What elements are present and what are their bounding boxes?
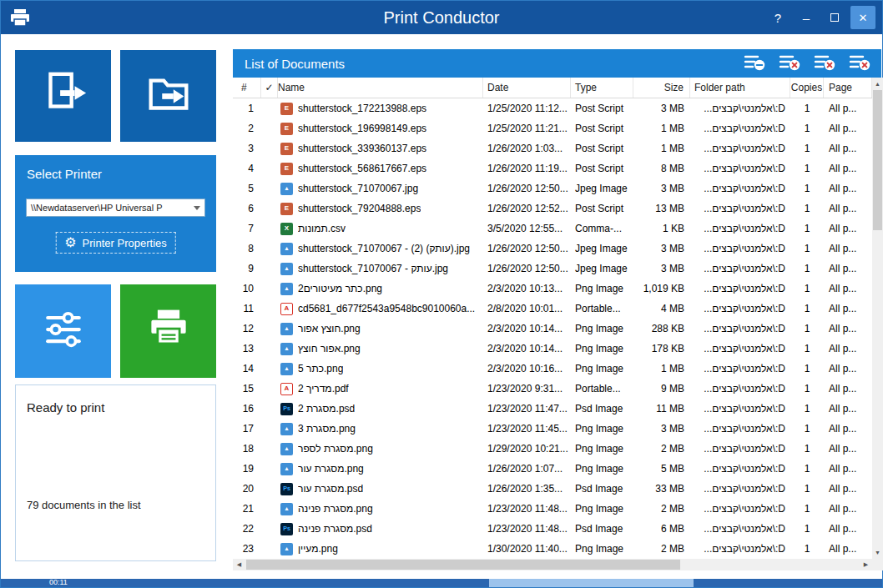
table-row[interactable]: 14▲כתר 5.png2/3/2020 10:16...Png Image1 … xyxy=(233,359,872,379)
table-row[interactable]: 2Eshutterstock_196998149.eps1/25/2020 11… xyxy=(233,118,872,138)
table-row[interactable]: 20Psמסגרת עור.psd1/26/2020 1:35...Psd Im… xyxy=(233,479,872,499)
row-checkbox[interactable] xyxy=(261,259,278,279)
row-pages: All p... xyxy=(824,279,872,299)
vertical-scroll-thumb[interactable] xyxy=(873,90,882,230)
img-file-icon: ▲ xyxy=(280,183,293,195)
row-checkbox[interactable] xyxy=(261,98,278,118)
table-row[interactable]: 22Psמסגרת פנינה.psd1/23/2020 11:48...Psd… xyxy=(233,519,872,539)
table-row[interactable]: 5▲shutterstock_71070067.jpg1/26/2020 12:… xyxy=(233,178,872,199)
row-checkbox[interactable] xyxy=(261,299,278,319)
scroll-down-icon[interactable]: ▼ xyxy=(872,546,883,559)
close-button[interactable]: ✕ xyxy=(850,6,875,29)
help-button[interactable]: ? xyxy=(764,1,792,34)
row-type: Post Script xyxy=(571,138,633,158)
table-row[interactable]: 15Aמדריך 2.pdf1/23/2020 9:31...Portable.… xyxy=(233,379,872,399)
col-header-date[interactable]: Date xyxy=(483,78,571,98)
settings-button[interactable] xyxy=(15,284,111,378)
col-header-number[interactable]: # xyxy=(233,78,261,98)
table-row[interactable]: 8▲shutterstock_71070067 - (2) (עותק).jpg… xyxy=(233,239,872,259)
print-button[interactable] xyxy=(120,284,216,378)
uncheck-all-button[interactable] xyxy=(741,53,768,74)
col-header-folder-path[interactable]: Folder path xyxy=(690,78,790,98)
col-header-page[interactable]: Page xyxy=(824,78,872,98)
col-header-check[interactable]: ✓ xyxy=(261,78,278,98)
add-folder-button[interactable] xyxy=(120,50,216,142)
col-header-name[interactable]: Name xyxy=(278,78,483,98)
row-size: 1 MB xyxy=(633,118,690,138)
printer-properties-button[interactable]: ⚙ Printer Properties xyxy=(55,232,176,254)
row-copies: 1 xyxy=(790,98,824,118)
row-checkbox[interactable] xyxy=(261,399,278,419)
row-checkbox[interactable] xyxy=(261,118,278,138)
row-checkbox[interactable] xyxy=(261,199,278,219)
row-checkbox[interactable] xyxy=(261,479,278,499)
img-file-icon: ▲ xyxy=(280,343,293,355)
table-row[interactable]: 16Psמסגרת 2.psd1/23/2020 11:47...Psd Ima… xyxy=(233,399,872,419)
table-row[interactable]: 17▲מסגרת 3.png1/23/2020 11:45...Png Imag… xyxy=(233,419,872,439)
row-checkbox[interactable] xyxy=(261,319,278,339)
img-file-icon: ▲ xyxy=(280,363,293,375)
img-file-icon: ▲ xyxy=(280,463,293,475)
row-checkbox[interactable] xyxy=(261,239,278,259)
row-checkbox[interactable] xyxy=(261,519,278,539)
row-checkbox[interactable] xyxy=(261,138,278,158)
table-row[interactable]: 10▲כתר מעיטורים2.png2/3/2020 10:13...Png… xyxy=(233,279,872,299)
table-row[interactable]: 6Eshutterstock_79204888.eps1/26/2020 12:… xyxy=(233,199,872,219)
horizontal-scrollbar[interactable]: ◀ ▶ xyxy=(233,559,872,570)
col-header-size[interactable]: Size xyxy=(633,78,690,98)
row-checkbox[interactable] xyxy=(261,499,278,519)
table-row[interactable]: 12▲חוצץ אפור.png2/3/2020 10:14...Png Ima… xyxy=(233,319,872,339)
row-pages: All p... xyxy=(824,519,872,539)
row-checkbox[interactable] xyxy=(261,459,278,479)
row-number: 20 xyxy=(233,479,261,499)
table-row[interactable]: 11Acd5681_d677f2543a9548bc9010060a...2/8… xyxy=(233,299,872,319)
row-folder-path: D:\אלמנטי\קבצים... xyxy=(690,259,790,279)
col-header-type[interactable]: Type xyxy=(571,78,633,98)
row-folder-path: D:\אלמנטי\קבצים... xyxy=(690,158,790,178)
row-name: Eshutterstock_568617667.eps xyxy=(278,158,483,178)
row-checkbox[interactable] xyxy=(261,439,278,459)
row-pages: All p... xyxy=(824,118,872,138)
row-folder-path: D:\אלמנטי\קבצים... xyxy=(690,178,790,199)
table-row[interactable]: 23▲מעיין.png1/30/2020 11:40...Png Image2… xyxy=(233,539,872,559)
table-row[interactable]: 13▲אפור חוצץ.png2/3/2020 10:14...Png Ima… xyxy=(233,339,872,359)
horizontal-scroll-thumb[interactable] xyxy=(246,560,680,570)
row-checkbox[interactable] xyxy=(261,359,278,379)
table-row[interactable]: 19▲מסגרת עור.png1/26/2020 1:07...Png Ima… xyxy=(233,459,872,479)
table-row[interactable]: 9▲shutterstock_71070067 - עותק.jpg1/26/2… xyxy=(233,259,872,279)
row-checkbox[interactable] xyxy=(261,339,278,359)
table-row[interactable]: 3Eshutterstock_339360137.eps1/26/2020 1:… xyxy=(233,138,872,158)
maximize-button[interactable] xyxy=(820,1,849,34)
scroll-up-icon[interactable]: ▲ xyxy=(872,78,883,90)
row-size: 2 MB xyxy=(633,539,690,559)
table-row[interactable]: 7Xתמונות.csv3/5/2020 12:55...Comma-...1 … xyxy=(233,219,872,239)
minimize-button[interactable]: – xyxy=(792,1,820,34)
row-pages: All p... xyxy=(824,459,872,479)
row-checkbox[interactable] xyxy=(261,158,278,178)
row-date: 1/26/2020 12:50... xyxy=(483,239,571,259)
add-files-button[interactable] xyxy=(15,50,111,142)
table-row[interactable]: 4Eshutterstock_568617667.eps1/26/2020 11… xyxy=(233,158,872,178)
row-checkbox[interactable] xyxy=(261,279,278,299)
scroll-left-icon[interactable]: ◀ xyxy=(233,559,245,570)
row-checkbox[interactable] xyxy=(261,379,278,399)
row-copies: 1 xyxy=(790,158,824,178)
row-checkbox[interactable] xyxy=(261,219,278,239)
table-row[interactable]: 21▲מסגרת פנינה.png1/23/2020 11:48...Png … xyxy=(233,499,872,519)
scroll-right-icon[interactable]: ▶ xyxy=(860,559,872,570)
row-checkbox[interactable] xyxy=(261,419,278,439)
vertical-scrollbar[interactable]: ▲ ▼ xyxy=(872,78,883,559)
row-checkbox[interactable] xyxy=(261,178,278,199)
remove-selected-button[interactable] xyxy=(776,53,803,74)
col-header-copies[interactable]: Copies xyxy=(790,78,824,98)
row-checkbox[interactable] xyxy=(261,539,278,559)
row-size: 11 MB xyxy=(633,399,690,419)
table-row[interactable]: 18▲מסגרת לספר.png1/29/2020 10:21...Png I… xyxy=(233,439,872,459)
printer-select[interactable]: \\Newdataserver\HP Universal P xyxy=(26,199,205,217)
table-row[interactable]: 1Eshutterstock_172213988.eps1/25/2020 11… xyxy=(233,98,872,118)
row-size: 4 MB xyxy=(633,299,690,319)
remove-checked-button[interactable] xyxy=(811,53,838,74)
clear-list-button[interactable] xyxy=(846,53,873,74)
csv-file-icon: X xyxy=(280,223,293,235)
row-size: 13 MB xyxy=(633,199,690,219)
